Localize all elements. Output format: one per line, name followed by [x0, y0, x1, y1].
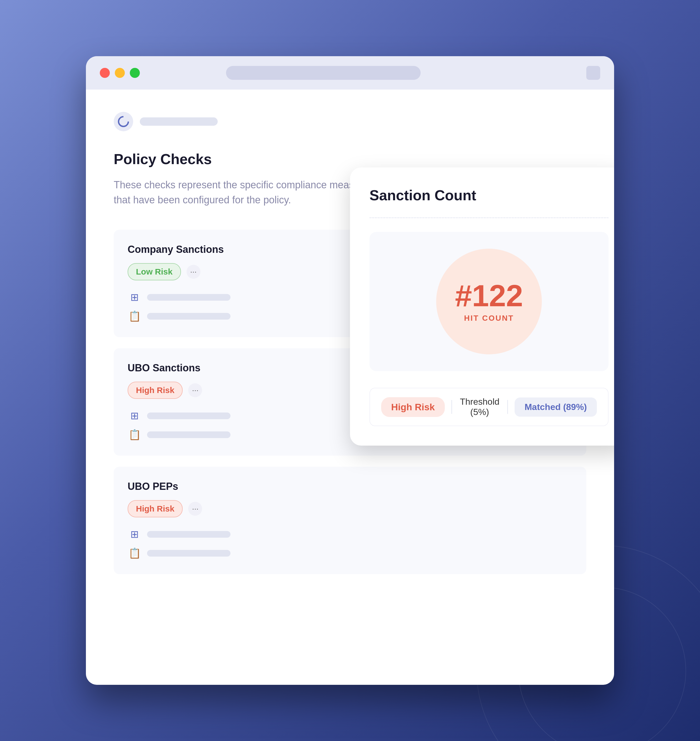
traffic-lights — [100, 68, 140, 78]
app-logo — [114, 112, 133, 131]
list-icon-2: 📋 — [128, 428, 141, 442]
footer-matched[interactable]: Matched (89%) — [515, 398, 597, 417]
policy-card-ubo-peps: UBO PEPs High Risk ··· ⊞ 📋 — [114, 467, 586, 574]
badge-high-risk-ubo-sanctions[interactable]: High Risk — [128, 382, 182, 399]
address-bar[interactable] — [226, 66, 421, 80]
traffic-light-green[interactable] — [130, 68, 140, 78]
browser-content: Policy Checks These checks represent the… — [86, 90, 614, 685]
row-placeholder-4 — [147, 432, 231, 438]
window-button[interactable] — [586, 66, 600, 80]
sanction-hit-count-number: #122 — [455, 280, 523, 311]
outer-background: Policy Checks These checks represent the… — [0, 0, 700, 741]
card-row-5: ⊞ — [128, 527, 572, 541]
row-placeholder-1 — [147, 294, 231, 301]
sanction-footer: High Risk Threshold (5%) Matched (89%) — [369, 388, 609, 426]
table-icon-1: ⊞ — [128, 290, 141, 304]
app-header — [114, 112, 586, 131]
footer-divider — [451, 400, 452, 414]
row-placeholder-5 — [147, 531, 231, 538]
sanction-hit-count-label: HIT COUNT — [464, 314, 514, 323]
logo-icon — [116, 114, 131, 130]
traffic-light-yellow[interactable] — [115, 68, 125, 78]
footer-high-risk-badge[interactable]: High Risk — [381, 397, 445, 417]
page-title: Policy Checks — [114, 151, 586, 168]
badge-dots-ubo-sanctions[interactable]: ··· — [188, 383, 202, 397]
badge-dots-company[interactable]: ··· — [187, 265, 200, 279]
browser-titlebar — [86, 56, 614, 90]
browser-window: Policy Checks These checks represent the… — [86, 56, 614, 685]
list-icon-1: 📋 — [128, 309, 141, 323]
table-icon-3: ⊞ — [128, 527, 141, 541]
list-icon-3: 📋 — [128, 546, 141, 560]
card-row-6: 📋 — [128, 546, 572, 560]
row-placeholder-3 — [147, 412, 231, 419]
badge-high-risk-ubo-peps[interactable]: High Risk — [128, 500, 182, 517]
footer-divider-2 — [507, 400, 508, 414]
sanction-circle: #122 HIT COUNT — [436, 249, 542, 354]
card-rows-ubo-peps: ⊞ 📋 — [128, 527, 572, 560]
row-placeholder-6 — [147, 550, 231, 557]
row-placeholder-2 — [147, 313, 231, 320]
sanction-card-title: Sanction Count — [369, 187, 609, 203]
sanction-circle-container: #122 HIT COUNT — [369, 232, 609, 371]
sanction-divider — [369, 218, 609, 218]
sanction-card: Sanction Count #122 HIT COUNT High Risk … — [350, 168, 614, 446]
traffic-light-red[interactable] — [100, 68, 110, 78]
badge-low-risk-company[interactable]: Low Risk — [128, 263, 181, 280]
table-icon-2: ⊞ — [128, 409, 141, 423]
header-placeholder — [140, 117, 218, 126]
footer-threshold: Threshold (5%) — [459, 397, 501, 417]
card-badges-ubo-peps: High Risk ··· — [128, 500, 572, 517]
badge-dots-ubo-peps[interactable]: ··· — [188, 502, 202, 516]
card-title-ubo-peps: UBO PEPs — [128, 481, 572, 492]
